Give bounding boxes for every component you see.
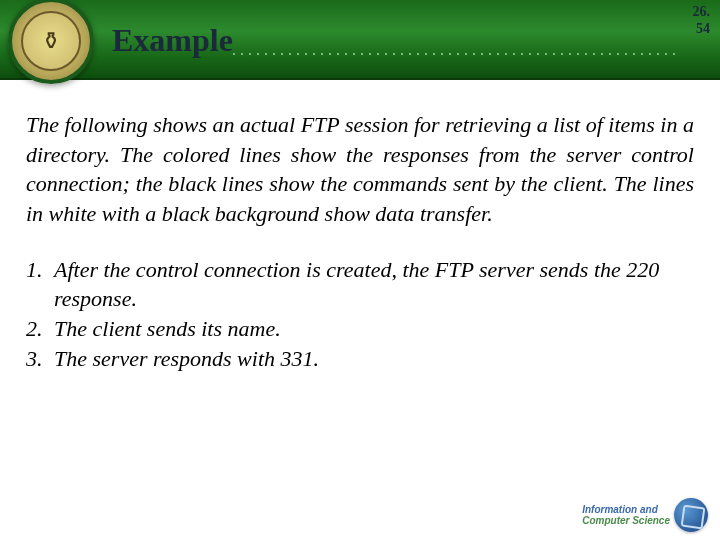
intro-paragraph: The following shows an actual FTP sessio… xyxy=(26,110,694,229)
list-item: 3. The server responds with 331. xyxy=(26,344,694,374)
slide-header: ⚱ Example 26. 54 xyxy=(0,0,720,80)
page-number-bottom: 54 xyxy=(693,21,711,38)
logo-inner-icon: ⚱ xyxy=(21,11,81,71)
steps-list: 1. After the control connection is creat… xyxy=(26,255,694,374)
list-item: 2. The client sends its name. xyxy=(26,314,694,344)
university-logo: ⚱ xyxy=(8,0,94,84)
step-text: The server responds with 331. xyxy=(54,344,694,374)
list-item: 1. After the control connection is creat… xyxy=(26,255,694,314)
footer-line1: Information and xyxy=(582,504,670,515)
footer-text: Information and Computer Science xyxy=(582,504,670,526)
page-number: 26. 54 xyxy=(693,4,711,38)
ics-badge-icon xyxy=(674,498,708,532)
footer-branding: Information and Computer Science xyxy=(582,498,708,532)
step-number: 2. xyxy=(26,314,54,344)
header-dots-decoration xyxy=(230,50,680,56)
footer-line2: Computer Science xyxy=(582,515,670,526)
page-number-top: 26. xyxy=(693,4,711,21)
step-number: 3. xyxy=(26,344,54,374)
slide-content: The following shows an actual FTP sessio… xyxy=(0,80,720,374)
slide-title: Example xyxy=(112,22,233,59)
step-text: After the control connection is created,… xyxy=(54,255,694,314)
step-text: The client sends its name. xyxy=(54,314,694,344)
step-number: 1. xyxy=(26,255,54,314)
